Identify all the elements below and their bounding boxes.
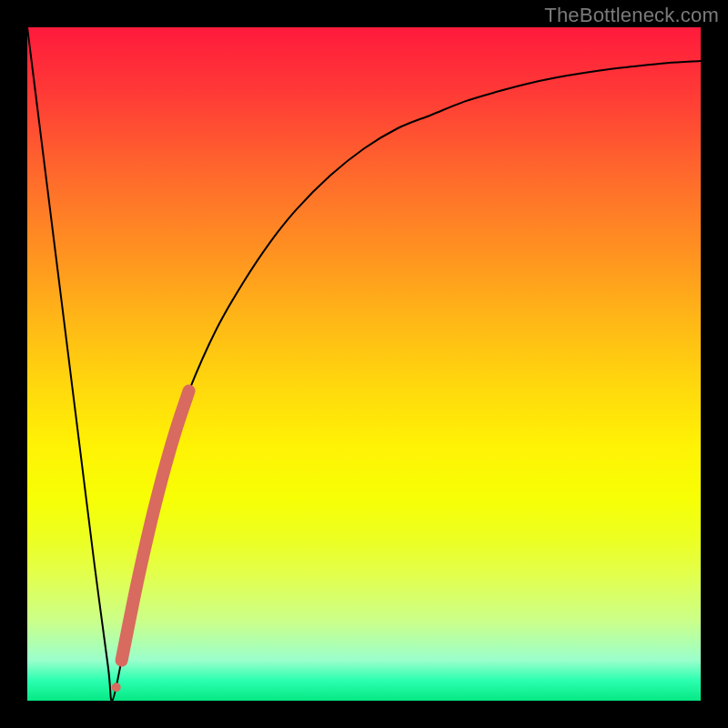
highlight-segment xyxy=(122,391,189,661)
chart-svg xyxy=(27,27,701,701)
curve-layer xyxy=(27,27,701,701)
watermark-text: TheBottleneck.com xyxy=(544,4,719,27)
highlight-dot xyxy=(112,682,121,692)
plot-area xyxy=(27,27,701,701)
chart-frame: TheBottleneck.com xyxy=(0,0,728,728)
